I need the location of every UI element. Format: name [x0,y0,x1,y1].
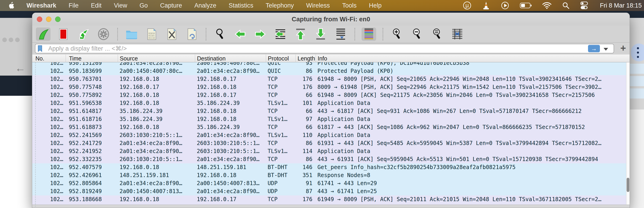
no-cell: 102… [32,123,66,131]
column-header-destination[interactable]: Destination [195,55,266,62]
resize-columns-button[interactable] [450,28,464,41]
zoom-out-button[interactable] [410,28,424,41]
packet-row[interactable]: 102…952.8192492a00:1450:4007:813…2a01:e3… [32,187,626,195]
zoom-window-button[interactable] [55,17,60,22]
menu-wireless[interactable]: Wireless [306,2,330,9]
apply-filter-button[interactable]: → [588,45,600,52]
packet-row[interactable]: 102…953.188668192.168.0.18192.168.0.17TC… [32,195,626,203]
arrow-bottom-icon [315,28,326,40]
menu-wireshark[interactable]: Wireshark [26,2,56,9]
start-capture-button[interactable] [36,28,50,41]
menu-view[interactable]: View [114,2,127,9]
packet-row[interactable]: 102…951.61871635.186.224.39192.168.0.18T… [32,115,626,123]
protocol-cell: TCP [266,155,296,163]
protocol-cell: TCP [266,75,296,83]
zoom-in-button[interactable] [390,28,404,41]
menu-capture[interactable]: Capture [160,2,182,9]
no-cell: 102… [32,99,66,107]
magnifier-icon [215,28,225,40]
menu-help[interactable]: Help [369,2,382,9]
packet-row[interactable]: 102…950.775892192.168.0.18192.168.0.17TC… [32,91,626,99]
background-lower [630,110,644,208]
title-bar[interactable]: Capturing from Wi-Fi: en0 [32,13,630,26]
go-first-packet-button[interactable] [293,28,308,41]
background-more-pill [631,44,644,61]
menu-tools[interactable]: Tools [342,2,356,9]
no-cell: 102… [32,187,66,195]
scrollbar-thumb[interactable] [627,178,629,192]
info-cell: 61948 → 8009 [PSH, ACK] Seq=21065 Ack=22… [316,75,626,83]
menu-telephony[interactable]: Telephony [266,2,294,9]
find-packet-button[interactable] [213,28,228,41]
info-cell: 443 → 61817 [ACK] Seq=931 Ack=1086 Win=2… [316,107,626,115]
play-circle-icon[interactable] [501,1,510,10]
column-header-protocol[interactable]: Protocol [266,55,296,62]
open-file-button[interactable] [124,28,139,41]
display-filter-input[interactable] [35,44,614,53]
battery-icon[interactable] [520,3,532,9]
auto-scroll-icon [336,28,346,40]
restart-capture-button[interactable] [76,28,91,41]
column-header-length[interactable]: Length [296,55,316,62]
packet-row[interactable]: 102…950.1836992a00:1450:4007:80c…2a01:e3… [32,67,626,75]
go-back-button[interactable] [233,28,248,41]
packet-row[interactable]: 102…952.8058642a01:e34:ec2a:8f90…2a00:14… [32,179,626,187]
source-cell: 192.168.0.18 [118,123,195,131]
column-header-time[interactable]: Time [66,55,118,62]
source-cell: 2603:1030:210:5::1… [118,155,195,163]
auto-scroll-button[interactable] [334,28,348,41]
colorize-packets-button[interactable] [362,28,376,41]
packet-row[interactable]: 102…952.2415692603:1030:210:5::1…2a01:e3… [32,131,626,139]
add-filter-button[interactable]: + [620,43,626,53]
packet-row[interactable]: 102…952.2419522a01:e34:ec2a:8f90…2603:10… [32,147,626,155]
filter-bookmark-icon[interactable] [38,45,42,52]
packet-row[interactable]: 102…952.2417292a01:e34:ec2a:8f90…2603:10… [32,139,626,147]
go-forward-button[interactable] [253,28,268,41]
menu-statistics[interactable]: Statistics [229,2,254,9]
packet-row[interactable]: 102…951.61481735.186.224.39192.168.0.18T… [32,107,626,115]
no-cell: 102… [32,179,66,187]
vlc-icon[interactable] [482,1,490,10]
menu-go[interactable]: Go [140,2,148,9]
stop-capture-button[interactable] [56,28,70,41]
packet-row[interactable]: 102…950.763701192.168.0.18192.168.0.17TC… [32,75,626,83]
menu-edit[interactable]: Edit [91,2,102,9]
close-window-button[interactable] [37,17,42,22]
no-cell: 102… [32,83,66,91]
destination-cell: 35.186.224.39 [195,99,266,107]
destination-cell: 192.168.0.17 [195,91,266,99]
apple-menu-icon[interactable] [8,2,14,9]
reload-file-button[interactable] [185,28,199,41]
control-center-icon[interactable] [580,2,590,9]
packet-row[interactable]: 102…952.407579192.168.0.18148.251.159.18… [32,163,626,171]
packet-row[interactable]: 102…950.1512692a01:e34:ec2a:8f90…2a00:14… [32,62,626,67]
packet-row[interactable]: 102…951.618873192.168.0.1835.186.224.39T… [32,123,626,131]
go-last-packet-button[interactable] [313,28,328,41]
minimize-window-button[interactable] [46,17,52,22]
column-header-no[interactable]: No. [32,55,66,62]
close-file-button[interactable] [164,28,179,41]
menu-analyze[interactable]: Analyze [194,2,216,9]
go-to-packet-button[interactable] [273,28,288,41]
filter-dropdown-caret[interactable] [604,48,608,51]
packet-row[interactable]: 102…951.596538192.168.0.1835.186.224.39T… [32,99,626,107]
dim-traffic-light [2,38,7,42]
save-file-button[interactable]: 010100110101110 [144,28,159,41]
vertical-scrollbar[interactable] [626,62,630,204]
wifi-icon[interactable] [542,2,552,9]
packet-row[interactable]: 102…952.3322352603:1030:210:5::1…2a01:e3… [32,155,626,163]
column-header-source[interactable]: Source [118,55,195,62]
utorrent-icon[interactable]: µ [463,1,472,10]
column-header-info[interactable]: Info [316,55,630,62]
no-cell: 102… [32,147,66,155]
zoom-reset-button[interactable] [430,28,444,41]
menu-file[interactable]: File [68,2,78,9]
capture-options-button[interactable] [96,28,111,41]
packet-row[interactable]: 102…952.426961148.251.159.181192.168.0.1… [32,171,626,179]
menu-bar-clock[interactable]: Fri 8 Mar 18:15 [600,2,642,9]
toolbar-separator [382,28,383,40]
source-cell: 2a00:1450:4007:813… [118,187,195,195]
packet-row[interactable]: 102…950.775748192.168.0.17192.168.0.18TC… [32,83,626,91]
wireshark-window: Capturing from Wi-Fi: en0 01010011010111… [32,13,630,208]
search-icon[interactable] [562,2,570,9]
